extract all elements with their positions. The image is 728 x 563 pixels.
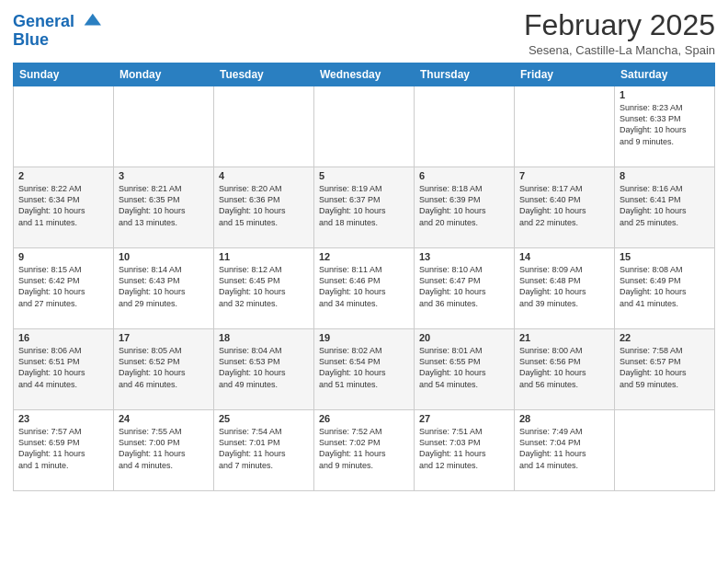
day-number: 11: [219, 251, 309, 262]
day-info: Sunrise: 7:51 AM Sunset: 7:03 PM Dayligh…: [419, 426, 509, 471]
calendar-cell: 9Sunrise: 8:15 AM Sunset: 6:42 PM Daylig…: [14, 248, 114, 329]
day-info: Sunrise: 8:23 AM Sunset: 6:33 PM Dayligh…: [620, 102, 710, 147]
day-number: 18: [219, 332, 309, 343]
calendar-cell: [515, 86, 615, 167]
calendar-cell: 23Sunrise: 7:57 AM Sunset: 6:59 PM Dayli…: [14, 410, 114, 491]
day-info: Sunrise: 8:20 AM Sunset: 6:36 PM Dayligh…: [219, 183, 309, 228]
day-info: Sunrise: 8:00 AM Sunset: 6:56 PM Dayligh…: [519, 345, 609, 390]
day-number: 13: [419, 251, 509, 262]
day-info: Sunrise: 8:21 AM Sunset: 6:35 PM Dayligh…: [119, 183, 209, 228]
day-number: 12: [319, 251, 409, 262]
calendar-cell: [14, 86, 114, 167]
calendar-table: SundayMondayTuesdayWednesdayThursdayFrid…: [13, 63, 715, 491]
day-number: 20: [419, 332, 509, 343]
calendar-cell: 24Sunrise: 7:55 AM Sunset: 7:00 PM Dayli…: [114, 410, 214, 491]
day-number: 2: [18, 170, 108, 181]
day-info: Sunrise: 8:19 AM Sunset: 6:37 PM Dayligh…: [319, 183, 409, 228]
calendar-week-4: 16Sunrise: 8:06 AM Sunset: 6:51 PM Dayli…: [14, 329, 715, 410]
calendar-cell: 17Sunrise: 8:05 AM Sunset: 6:52 PM Dayli…: [114, 329, 214, 410]
day-number: 6: [419, 170, 509, 181]
header: General Blue February 2025 Sesena, Casti…: [13, 9, 715, 57]
day-info: Sunrise: 8:17 AM Sunset: 6:40 PM Dayligh…: [519, 183, 609, 228]
calendar-cell: 14Sunrise: 8:09 AM Sunset: 6:48 PM Dayli…: [515, 248, 615, 329]
day-info: Sunrise: 7:52 AM Sunset: 7:02 PM Dayligh…: [319, 426, 409, 471]
day-number: 26: [319, 413, 409, 424]
day-info: Sunrise: 8:02 AM Sunset: 6:54 PM Dayligh…: [319, 345, 409, 390]
day-info: Sunrise: 8:11 AM Sunset: 6:46 PM Dayligh…: [319, 264, 409, 309]
calendar-cell: 7Sunrise: 8:17 AM Sunset: 6:40 PM Daylig…: [515, 167, 615, 248]
day-info: Sunrise: 7:55 AM Sunset: 7:00 PM Dayligh…: [119, 426, 209, 471]
day-info: Sunrise: 8:14 AM Sunset: 6:43 PM Dayligh…: [119, 264, 209, 309]
calendar-week-3: 9Sunrise: 8:15 AM Sunset: 6:42 PM Daylig…: [14, 248, 715, 329]
calendar-cell: 5Sunrise: 8:19 AM Sunset: 6:37 PM Daylig…: [314, 167, 415, 248]
calendar-cell: [114, 86, 214, 167]
calendar-cell: 4Sunrise: 8:20 AM Sunset: 6:36 PM Daylig…: [214, 167, 314, 248]
weekday-header-friday: Friday: [515, 63, 615, 86]
calendar-cell: 6Sunrise: 8:18 AM Sunset: 6:39 PM Daylig…: [415, 167, 515, 248]
svg-marker-0: [85, 14, 101, 26]
page: General Blue February 2025 Sesena, Casti…: [0, 0, 728, 563]
day-info: Sunrise: 8:10 AM Sunset: 6:47 PM Dayligh…: [419, 264, 509, 309]
logo-blue: Blue: [13, 31, 101, 50]
calendar-cell: 15Sunrise: 8:08 AM Sunset: 6:49 PM Dayli…: [615, 248, 715, 329]
weekday-header-sunday: Sunday: [14, 63, 114, 86]
day-number: 23: [18, 413, 108, 424]
weekday-header-wednesday: Wednesday: [314, 63, 415, 86]
day-info: Sunrise: 8:18 AM Sunset: 6:39 PM Dayligh…: [419, 183, 509, 228]
day-number: 16: [18, 332, 108, 343]
title-area: February 2025 Sesena, Castille-La Mancha…: [524, 9, 715, 57]
calendar-cell: [415, 86, 515, 167]
day-number: 4: [219, 170, 309, 181]
calendar-week-2: 2Sunrise: 8:22 AM Sunset: 6:34 PM Daylig…: [14, 167, 715, 248]
day-number: 28: [519, 413, 609, 424]
day-info: Sunrise: 8:08 AM Sunset: 6:49 PM Dayligh…: [620, 264, 710, 309]
calendar-cell: 28Sunrise: 7:49 AM Sunset: 7:04 PM Dayli…: [515, 410, 615, 491]
calendar-cell: [214, 86, 314, 167]
calendar-cell: 27Sunrise: 7:51 AM Sunset: 7:03 PM Dayli…: [415, 410, 515, 491]
day-number: 19: [319, 332, 409, 343]
month-title: February 2025: [524, 9, 715, 41]
day-info: Sunrise: 8:01 AM Sunset: 6:55 PM Dayligh…: [419, 345, 509, 390]
calendar-cell: [615, 410, 715, 491]
calendar-cell: 19Sunrise: 8:02 AM Sunset: 6:54 PM Dayli…: [314, 329, 415, 410]
day-info: Sunrise: 8:05 AM Sunset: 6:52 PM Dayligh…: [119, 345, 209, 390]
logo-text: General: [13, 13, 101, 31]
day-info: Sunrise: 8:15 AM Sunset: 6:42 PM Dayligh…: [18, 264, 108, 309]
day-number: 24: [119, 413, 209, 424]
day-info: Sunrise: 8:09 AM Sunset: 6:48 PM Dayligh…: [519, 264, 609, 309]
day-number: 22: [620, 332, 710, 343]
day-number: 15: [620, 251, 710, 262]
day-info: Sunrise: 8:06 AM Sunset: 6:51 PM Dayligh…: [18, 345, 108, 390]
day-info: Sunrise: 8:22 AM Sunset: 6:34 PM Dayligh…: [18, 183, 108, 228]
day-number: 3: [119, 170, 209, 181]
day-number: 8: [620, 170, 710, 181]
day-info: Sunrise: 7:58 AM Sunset: 6:57 PM Dayligh…: [620, 345, 710, 390]
day-info: Sunrise: 7:49 AM Sunset: 7:04 PM Dayligh…: [519, 426, 609, 471]
logo-icon: [81, 10, 101, 30]
weekday-header-tuesday: Tuesday: [214, 63, 314, 86]
calendar-cell: 8Sunrise: 8:16 AM Sunset: 6:41 PM Daylig…: [615, 167, 715, 248]
calendar-cell: 1Sunrise: 8:23 AM Sunset: 6:33 PM Daylig…: [615, 86, 715, 167]
day-number: 27: [419, 413, 509, 424]
calendar-week-5: 23Sunrise: 7:57 AM Sunset: 6:59 PM Dayli…: [14, 410, 715, 491]
day-number: 1: [620, 89, 710, 100]
day-number: 9: [18, 251, 108, 262]
calendar-cell: 16Sunrise: 8:06 AM Sunset: 6:51 PM Dayli…: [14, 329, 114, 410]
calendar-header-row: SundayMondayTuesdayWednesdayThursdayFrid…: [14, 63, 715, 86]
calendar-cell: 18Sunrise: 8:04 AM Sunset: 6:53 PM Dayli…: [214, 329, 314, 410]
logo-line1: General: [13, 12, 74, 30]
calendar-cell: 12Sunrise: 8:11 AM Sunset: 6:46 PM Dayli…: [314, 248, 415, 329]
day-info: Sunrise: 8:16 AM Sunset: 6:41 PM Dayligh…: [620, 183, 710, 228]
day-info: Sunrise: 8:12 AM Sunset: 6:45 PM Dayligh…: [219, 264, 309, 309]
calendar-cell: 20Sunrise: 8:01 AM Sunset: 6:55 PM Dayli…: [415, 329, 515, 410]
calendar-cell: 11Sunrise: 8:12 AM Sunset: 6:45 PM Dayli…: [214, 248, 314, 329]
day-number: 17: [119, 332, 209, 343]
logo: General Blue: [13, 13, 101, 50]
day-number: 7: [519, 170, 609, 181]
day-info: Sunrise: 7:54 AM Sunset: 7:01 PM Dayligh…: [219, 426, 309, 471]
calendar-week-1: 1Sunrise: 8:23 AM Sunset: 6:33 PM Daylig…: [14, 86, 715, 167]
day-number: 21: [519, 332, 609, 343]
day-number: 14: [519, 251, 609, 262]
day-info: Sunrise: 8:04 AM Sunset: 6:53 PM Dayligh…: [219, 345, 309, 390]
location: Sesena, Castille-La Mancha, Spain: [524, 43, 715, 57]
